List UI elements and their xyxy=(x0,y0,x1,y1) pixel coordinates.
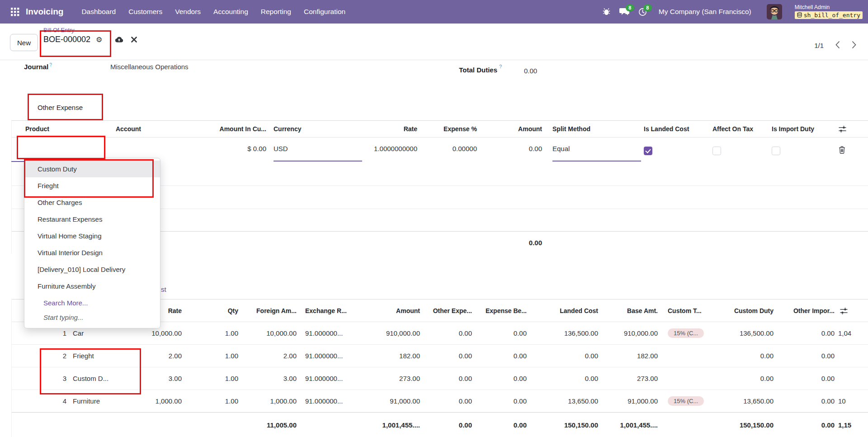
menu-item-customers[interactable]: Customers xyxy=(122,0,169,24)
app-brand[interactable]: Invoicing xyxy=(26,7,63,17)
col-header-other-import: Other Impor... xyxy=(776,307,836,314)
cell-base-amount: 910,000.00 xyxy=(602,329,661,337)
col-header-rate: Rate xyxy=(364,125,421,133)
dropdown-item[interactable]: Virtual Interior Design xyxy=(24,244,160,261)
cell-base-amount: 273.00 xyxy=(602,375,661,382)
optional-columns-icon[interactable] xyxy=(832,125,868,133)
cell-clipped: 10 xyxy=(836,397,868,405)
database-icon xyxy=(797,12,802,18)
bill-of-entry-screen: Invoicing DashboardCustomersVendorsAccou… xyxy=(0,0,868,437)
optional-columns-icon-lines[interactable] xyxy=(840,308,848,314)
expense-amount-total: 0.00 xyxy=(481,239,546,247)
cell-product: Frieght xyxy=(68,352,118,360)
col-header-amount: Amount xyxy=(360,307,422,314)
landed-cost-link-fragment[interactable]: st xyxy=(161,285,166,293)
tax-badge: 15% (C... xyxy=(668,328,704,338)
checkbox-affect-on-tax[interactable] xyxy=(712,147,721,155)
cell-qty: 1.00 xyxy=(184,352,240,360)
gear-icon[interactable]: ⚙ xyxy=(96,36,102,43)
menu-item-accounting[interactable]: Accounting xyxy=(207,0,255,24)
cell-other-expense: 0.00 xyxy=(422,397,474,405)
col-header-exchange-rate: Exchange R... xyxy=(300,307,360,314)
menu-item-reporting[interactable]: Reporting xyxy=(255,0,297,24)
dropdown-item[interactable]: Restaurant Expenses xyxy=(24,211,160,228)
cell-other-import: 0.00 xyxy=(776,397,836,405)
col-header-amount: Amount xyxy=(481,125,546,133)
rate-field[interactable]: 1.0000000000 xyxy=(364,145,421,152)
pager-previous-icon[interactable] xyxy=(835,41,840,49)
tab-other-expense[interactable]: Other Expense xyxy=(28,94,103,121)
col-header-is-import-duty: Is Import Duty xyxy=(769,125,832,133)
col-header-foreign-amount: Foreign Am... xyxy=(240,307,300,314)
table-row[interactable]: 3Custom D...3.001.003.0091.000000...273.… xyxy=(12,367,868,390)
split-method-field[interactable]: Equal xyxy=(552,145,641,162)
dropdown-item[interactable]: Custom Duty xyxy=(24,161,160,177)
cell-foreign-amount: 3.00 xyxy=(240,375,300,382)
amount-in-currency-field[interactable]: $ 0.00 xyxy=(199,145,269,152)
new-button[interactable]: New xyxy=(10,34,38,51)
discard-x-icon[interactable] xyxy=(131,37,137,43)
checkbox-is-landed-cost[interactable] xyxy=(644,147,652,155)
cell-foreign-amount: 2.00 xyxy=(240,352,300,360)
cell-exchange-rate: 91.000000... xyxy=(300,397,360,405)
checkbox-is-import-duty[interactable] xyxy=(772,147,780,155)
dropdown-item[interactable]: [Delivery_010] Local Delivery xyxy=(24,261,160,278)
top-navbar: Invoicing DashboardCustomersVendorsAccou… xyxy=(0,0,868,24)
cell-custom-duty: 0.00 xyxy=(722,352,776,360)
total-other-import: 0.00 xyxy=(776,421,836,429)
tax-badge: 15% (C... xyxy=(668,396,704,406)
menu-item-vendors[interactable]: Vendors xyxy=(169,0,207,24)
company-switcher[interactable]: My Company (San Francisco) xyxy=(659,8,751,16)
cell-product: Furniture xyxy=(68,397,118,405)
dropdown-search-more[interactable]: Search More... xyxy=(24,294,160,311)
user-menu[interactable]: Mitchell Admin sh_bill_of_entry xyxy=(795,5,863,19)
debug-bug-icon[interactable] xyxy=(603,8,610,16)
total-clipped: 1,15 xyxy=(836,421,868,429)
cell-qty: 1.00 xyxy=(184,329,240,337)
cell-num: 4 xyxy=(12,397,68,405)
total-duties-help-icon: ? xyxy=(499,64,502,69)
record-name: BOE-000002 xyxy=(43,35,90,44)
menu-item-configuration[interactable]: Configuration xyxy=(297,0,352,24)
dropdown-item[interactable]: Other Charges xyxy=(24,194,160,211)
amount-field[interactable]: 0.00 xyxy=(481,145,546,152)
total-expense-before: 0.00 xyxy=(474,421,529,429)
menu-item-dashboard[interactable]: Dashboard xyxy=(75,0,122,24)
col-header-currency: Currency xyxy=(269,125,364,133)
cell-custom-duty: 0.00 xyxy=(722,375,776,382)
journal-value[interactable]: Miscellaneous Operations xyxy=(110,63,189,71)
cell-num: 2 xyxy=(12,352,68,360)
messages-icon[interactable]: 8 xyxy=(619,8,629,16)
cell-rate: 2.00 xyxy=(118,352,184,360)
total-custom-duty: 150,150.00 xyxy=(722,421,776,429)
table-row[interactable]: 4Furniture1,000.001.001,000.0091.000000.… xyxy=(12,390,868,413)
lines-table-totals: 11,005.001,001,455....0.000.00150,150.00… xyxy=(12,413,868,437)
cell-exchange-rate: 91.000000... xyxy=(300,329,360,337)
currency-field[interactable]: USD xyxy=(274,145,362,162)
product-dropdown-list: Custom DutyFrieghtOther ChargesRestauran… xyxy=(24,161,160,294)
pager-next-icon[interactable] xyxy=(852,41,856,49)
col-header-custom-duty: Custom Duty xyxy=(722,307,776,314)
dropdown-item[interactable]: Furniture Assembly xyxy=(24,278,160,294)
total-foreign-amount: 11,005.00 xyxy=(240,421,300,429)
activities-icon[interactable]: 8 xyxy=(638,8,647,16)
breadcrumb-model-link[interactable]: Bill Of Entry xyxy=(43,27,137,33)
journal-help-icon: ? xyxy=(49,62,52,67)
total-other-expense: 0.00 xyxy=(422,421,474,429)
cell-amount: 182.00 xyxy=(360,352,422,360)
delete-row-button[interactable] xyxy=(832,145,868,154)
database-name: sh_bill_of_entry xyxy=(804,12,860,18)
table-row[interactable]: 2Frieght2.001.002.0091.000000...182.000.… xyxy=(12,345,868,367)
cell-other-import: 0.00 xyxy=(776,329,836,337)
user-avatar[interactable] xyxy=(767,4,782,19)
dropdown-item[interactable]: Virtual Home Staging xyxy=(24,228,160,244)
total-duties-label: Total Duties xyxy=(407,66,497,74)
cell-other-expense: 0.00 xyxy=(422,329,474,337)
col-header-qty: Qty xyxy=(184,307,240,314)
expense-percent-field[interactable]: 0.00000 xyxy=(421,145,481,152)
cell-other-import: 0.00 xyxy=(776,375,836,382)
dropdown-item[interactable]: Frieght xyxy=(24,177,160,194)
cloud-save-icon[interactable] xyxy=(115,36,123,43)
cell-other-import: 0.00 xyxy=(776,352,836,360)
apps-grid-icon[interactable] xyxy=(11,8,19,16)
